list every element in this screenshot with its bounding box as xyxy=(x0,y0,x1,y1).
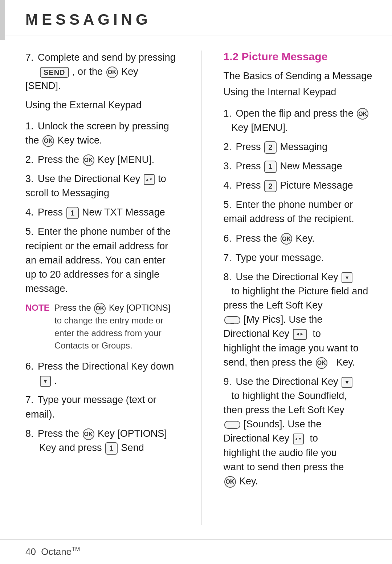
item-text: Press 1 New TXT Message xyxy=(38,207,165,218)
list-item: 3. Use the Directional Key to scroll to … xyxy=(25,172,176,200)
dir-down-key xyxy=(342,377,352,388)
subheading-item: Using the External Keypad xyxy=(25,98,176,112)
list-item: 8. Press the OK Key [OPTIONS] Key and pr… xyxy=(25,427,176,455)
note-indent: to change the entry mode orenter the add… xyxy=(25,314,176,352)
footer: 40 OctaneTM xyxy=(0,539,392,564)
item-number: 5. xyxy=(224,199,232,210)
list-item: 5. Enter the phone number or email addre… xyxy=(224,198,374,226)
item-text: Use the Directional Key to highlight the… xyxy=(224,271,368,368)
section-title: 1.2 Picture Message xyxy=(224,51,374,63)
footer-text: 40 OctaneTM xyxy=(25,546,80,557)
item-text: Enter the phone number or email address … xyxy=(224,199,354,224)
item-number: 9. xyxy=(224,376,232,387)
send-key-button: SEND xyxy=(40,67,69,78)
dir-updown-key xyxy=(293,434,304,444)
ok-key: OK xyxy=(281,233,292,245)
dir-down-key xyxy=(40,376,51,387)
ok-key: OK xyxy=(357,108,368,120)
item-number: 7. xyxy=(224,252,232,263)
list-item: 4. Press 2 Picture Message xyxy=(224,178,374,193)
note-block: NOTE Press the OK Key [OPTIONS] to chang… xyxy=(25,302,176,352)
list-item: 4. Press 1 New TXT Message xyxy=(25,205,176,219)
dir-down-key xyxy=(342,272,352,283)
item-number: 5. xyxy=(25,226,34,237)
item-subtext: SEND , or the OK Key [SEND]. xyxy=(25,66,138,91)
item-number: 6. xyxy=(25,361,34,372)
ok-key: OK xyxy=(83,154,94,166)
list-item: 6. Press the OK Key. xyxy=(224,231,374,246)
item-number: 4. xyxy=(224,180,232,191)
main-content: 7. Complete and send by pressing SEND , … xyxy=(0,40,392,539)
item-text: Press 2 Messaging xyxy=(236,141,328,152)
item-number: 2. xyxy=(25,154,34,165)
left-list: 7. Complete and send by pressing SEND , … xyxy=(25,51,176,455)
dir-lr-key xyxy=(293,329,307,340)
directional-key xyxy=(144,174,155,185)
list-item: 9. Use the Directional Key to highlight … xyxy=(224,375,374,488)
list-item: 5. Enter the phone number of the recipie… xyxy=(25,225,176,296)
item-text: Press the Directional Key down . xyxy=(25,361,174,386)
item-text: Open the flip and press the OK Key [MENU… xyxy=(224,108,369,133)
item-text: Use the Directional Key to scroll to Mes… xyxy=(25,173,166,198)
item-text: Press 1 New Message xyxy=(236,161,342,172)
item-number: 8. xyxy=(224,271,232,282)
list-item: 3. Press 1 New Message xyxy=(224,159,374,173)
item-number: 2. xyxy=(224,141,232,152)
num-key: 1 xyxy=(105,442,118,455)
item-text: Type your message (text or email). xyxy=(25,394,156,419)
list-item: 1. Unlock the screen by pressing the OK … xyxy=(25,119,176,148)
item-text: Press the OK Key [OPTIONS] Key and press… xyxy=(25,428,167,453)
trademark: TM xyxy=(72,546,80,552)
item-number: 7. xyxy=(25,52,34,63)
column-divider xyxy=(201,51,202,525)
num-key: 2 xyxy=(264,141,277,154)
page-container: MESSAGING 7. Complete and send by pressi… xyxy=(0,0,392,564)
right-column: 1.2 Picture Message The Basics of Sendin… xyxy=(220,51,374,525)
subheading-text: Using the External Keypad xyxy=(25,100,142,110)
item-text: Unlock the screen by pressing the OK Key… xyxy=(25,121,169,146)
list-item: 2. Press 2 Messaging xyxy=(224,140,374,154)
accent-bar xyxy=(0,0,5,40)
item-text: Type your message. xyxy=(236,252,324,263)
item-text: Complete and send by pressing xyxy=(38,52,176,63)
list-item: 7. Complete and send by pressing SEND , … xyxy=(25,51,176,93)
list-item: 7. Type your message (text or email). xyxy=(25,393,176,421)
ok-key: OK xyxy=(94,303,106,314)
item-text: Press the OK Key [MENU]. xyxy=(38,154,154,165)
list-item: 1. Open the flip and press the OK Key [M… xyxy=(224,106,374,135)
right-list: 1. Open the flip and press the OK Key [M… xyxy=(224,106,374,488)
item-text: Use the Directional Key to highlight the… xyxy=(224,376,354,487)
ok-key: OK xyxy=(224,476,236,488)
note-label: NOTE xyxy=(25,303,50,313)
list-item: 7. Type your message. xyxy=(224,251,374,265)
ok-key: OK xyxy=(316,357,327,369)
item-number: 1. xyxy=(224,108,232,119)
item-number: 7. xyxy=(25,394,34,405)
item-number: 8. xyxy=(25,428,34,439)
num-key: 2 xyxy=(264,180,277,192)
soft-key: ⎯ xyxy=(224,316,240,324)
item-text: Press the OK Key. xyxy=(236,233,315,244)
list-item: 2. Press the OK Key [MENU]. xyxy=(25,153,176,167)
note-item: NOTE Press the OK Key [OPTIONS] to chang… xyxy=(25,302,176,352)
item-number: 1. xyxy=(25,121,34,132)
header: MESSAGING xyxy=(0,0,392,36)
num-key: 1 xyxy=(264,161,277,173)
intro-text-1: The Basics of Sending a Message xyxy=(224,69,374,83)
soft-key: ⎯ xyxy=(224,421,240,429)
note-text: Press the OK Key [OPTIONS] xyxy=(54,303,170,313)
ok-key: OK xyxy=(83,428,94,440)
page-title: MESSAGING xyxy=(25,11,370,28)
item-number: 3. xyxy=(25,173,34,184)
item-number: 6. xyxy=(224,233,232,244)
ok-key-button: OK xyxy=(106,67,118,78)
list-item: 8. Use the Directional Key to highlight … xyxy=(224,270,374,370)
item-number: 3. xyxy=(224,161,232,172)
ok-key: OK xyxy=(42,135,54,147)
item-text: Press 2 Picture Message xyxy=(236,180,353,191)
intro-text-2: Using the Internal Keypad xyxy=(224,85,374,99)
item-number: 4. xyxy=(25,207,34,218)
left-column: 7. Complete and send by pressing SEND , … xyxy=(25,51,183,525)
num-key: 1 xyxy=(66,207,79,219)
item-text: Enter the phone number of the recipient … xyxy=(25,226,171,294)
